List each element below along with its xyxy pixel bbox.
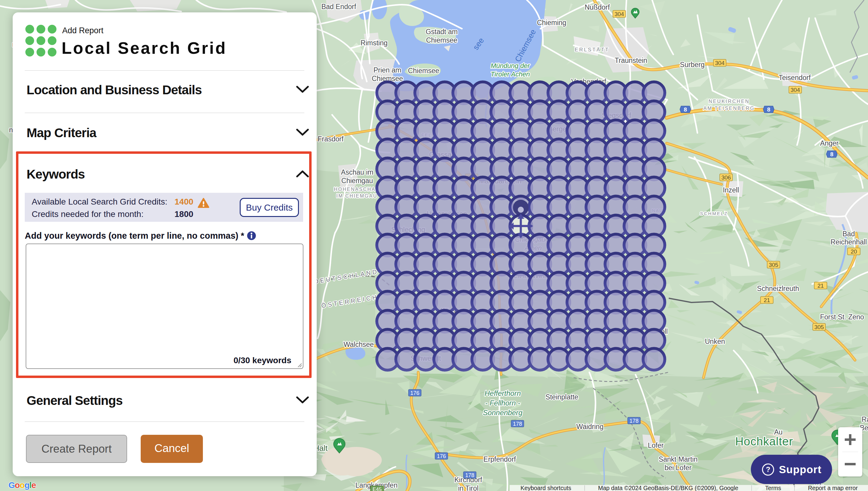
svg-text:Sankt Martin: Sankt Martin [658, 455, 698, 463]
svg-text:Chiemgau: Chiemgau [341, 177, 373, 184]
svg-text:21: 21 [817, 283, 824, 289]
svg-text:305: 305 [814, 324, 824, 330]
svg-text:Chiemsee: Chiemsee [408, 67, 439, 75]
svg-text:- Fellhorn -: - Fellhorn - [485, 399, 520, 407]
svg-text:Schneizlreuth: Schneizlreuth [757, 285, 799, 292]
svg-text:306: 306 [721, 174, 731, 181]
svg-text:IM CHIEMGAU: IM CHIEMGAU [336, 193, 377, 199]
svg-text:Walchsee: Walchsee [344, 341, 374, 348]
svg-text:Erpfendorf: Erpfendorf [483, 455, 516, 463]
svg-text:Steinplatte: Steinplatte [546, 393, 579, 401]
svg-text:SCHMELZ: SCHMELZ [700, 211, 728, 216]
svg-text:Tiroler Achen: Tiroler Achen [491, 70, 530, 78]
svg-text:Rimsting: Rimsting [361, 39, 388, 47]
svg-text:bei Lofer: bei Lofer [664, 464, 692, 472]
svg-text:Prien am: Prien am [373, 66, 401, 74]
svg-text:E45: E45 [373, 487, 382, 491]
svg-text:Frasdorf: Frasdorf [318, 135, 344, 143]
svg-text:Reichenhall: Reichenhall [831, 238, 867, 246]
svg-text:AM TEISENBERG: AM TEISENBERG [704, 106, 755, 111]
svg-text:8: 8 [684, 106, 687, 113]
svg-text:Forst St. Zeno: Forst St. Zeno [820, 313, 864, 321]
svg-text:Chieming: Chieming [537, 19, 566, 27]
svg-text:Chiemsee: Chiemsee [426, 36, 457, 44]
svg-text:Nußdorf: Nußdorf [585, 3, 610, 11]
svg-text:305: 305 [769, 262, 778, 268]
svg-text:Lofer: Lofer [648, 441, 664, 449]
svg-text:HOHENASCHAU: HOHENASCHAU [334, 187, 380, 192]
svg-text:Bad: Bad [843, 230, 855, 238]
svg-text:Gstadt am: Gstadt am [426, 28, 458, 36]
svg-text:Inzell: Inzell [723, 186, 739, 194]
svg-text:176: 176 [410, 390, 420, 396]
svg-text:Anger: Anger [820, 139, 839, 147]
svg-text:176: 176 [437, 453, 446, 459]
svg-text:Teisendorf: Teisendorf [779, 74, 811, 82]
svg-text:20: 20 [850, 249, 857, 255]
svg-text:in Tirol: in Tirol [458, 484, 478, 491]
svg-text:Surberg: Surberg [680, 61, 705, 68]
svg-text:Hefferthorn: Hefferthorn [485, 389, 521, 397]
svg-text:178: 178 [629, 418, 639, 424]
svg-text:Traunstein: Traunstein [615, 57, 647, 64]
svg-text:178: 178 [513, 421, 522, 427]
svg-text:304: 304 [614, 11, 624, 17]
svg-text:304: 304 [715, 60, 724, 66]
svg-text:Bad Endorf: Bad Endorf [321, 3, 356, 10]
svg-text:NEUKIRCHEN: NEUKIRCHEN [709, 99, 750, 104]
svg-text:ERLSTÄTT: ERLSTÄTT [575, 47, 610, 53]
svg-text:Unken: Unken [705, 338, 725, 345]
svg-text:8: 8 [767, 106, 771, 113]
svg-text:Sonnenberg: Sonnenberg [483, 408, 523, 417]
svg-text:178: 178 [465, 472, 474, 478]
svg-text:Mündung der: Mündung der [491, 62, 530, 69]
svg-text:Ram: Ram [862, 415, 868, 423]
svg-text:8: 8 [830, 151, 834, 157]
svg-text:Hochkalter: Hochkalter [735, 435, 793, 448]
svg-text:304: 304 [790, 87, 800, 93]
svg-text:?: ? [766, 465, 771, 473]
svg-text:Aschau im: Aschau im [341, 168, 373, 176]
svg-text:Waidring: Waidring [576, 423, 603, 431]
svg-text:21: 21 [764, 297, 770, 304]
